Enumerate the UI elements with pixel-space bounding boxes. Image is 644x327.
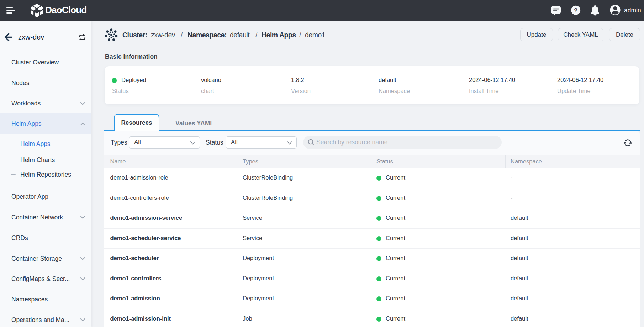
svg-text:?: ? — [574, 7, 577, 14]
